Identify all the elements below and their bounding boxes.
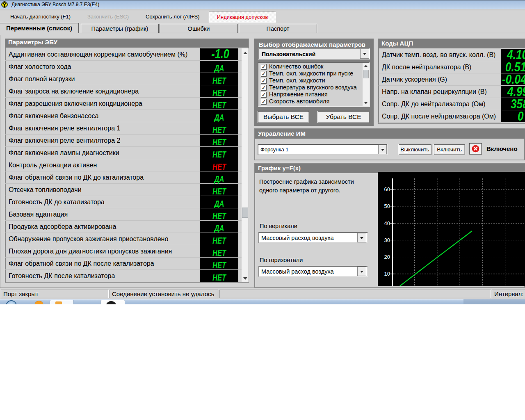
svg-text:60: 60 [384,186,390,192]
svg-text:20: 20 [384,254,390,260]
svg-text:40: 40 [384,220,390,226]
svg-text:50: 50 [384,203,390,209]
svg-text:30: 30 [384,237,390,243]
svg-text:10: 10 [384,271,390,277]
